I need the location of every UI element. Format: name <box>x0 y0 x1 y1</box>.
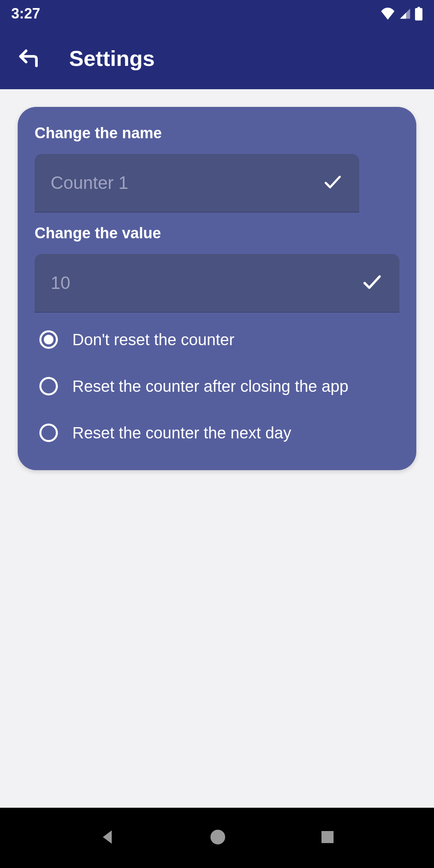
back-arrow-icon <box>18 47 40 70</box>
name-input-value: Counter 1 <box>51 173 322 193</box>
svg-rect-0 <box>415 8 423 20</box>
radio-label: Reset the counter after closing the app <box>72 377 348 395</box>
svg-point-2 <box>211 830 225 845</box>
radio-label: Don't reset the counter <box>72 331 234 349</box>
triangle-back-icon <box>98 828 116 846</box>
name-input[interactable]: Counter 1 <box>35 154 359 213</box>
value-input-value: 10 <box>51 273 361 293</box>
app-bar: Settings <box>0 27 434 89</box>
radio-button-icon <box>39 424 58 442</box>
radio-reset-next-day[interactable]: Reset the counter the next day <box>39 424 399 442</box>
confirm-name-button[interactable] <box>322 172 343 194</box>
value-input[interactable]: 10 <box>35 254 399 313</box>
status-time: 3:27 <box>11 5 40 22</box>
system-nav-bar <box>0 808 434 868</box>
reset-radio-group: Don't reset the counter Reset the counte… <box>35 330 399 442</box>
check-icon <box>361 271 383 293</box>
change-name-label: Change the name <box>35 125 399 142</box>
check-icon <box>322 172 343 192</box>
radio-button-icon <box>39 330 58 349</box>
svg-rect-1 <box>418 7 420 9</box>
page-title: Settings <box>69 46 155 71</box>
radio-reset-on-close[interactable]: Reset the counter after closing the app <box>39 377 399 395</box>
svg-rect-3 <box>321 831 334 843</box>
signal-icon <box>399 8 411 20</box>
nav-back-button[interactable] <box>98 828 116 848</box>
wifi-icon <box>380 8 395 20</box>
content: Change the name Counter 1 Change the val… <box>0 89 434 808</box>
battery-icon <box>415 7 423 20</box>
circle-home-icon <box>209 828 227 846</box>
radio-button-icon <box>39 377 58 395</box>
radio-dont-reset[interactable]: Don't reset the counter <box>39 330 399 349</box>
back-button[interactable] <box>18 47 40 70</box>
nav-home-button[interactable] <box>209 828 227 848</box>
confirm-value-button[interactable] <box>361 271 383 295</box>
radio-label: Reset the counter the next day <box>72 424 291 442</box>
status-icons <box>380 7 423 20</box>
nav-recent-button[interactable] <box>319 829 336 847</box>
settings-card: Change the name Counter 1 Change the val… <box>18 107 416 470</box>
change-value-label: Change the value <box>35 225 399 242</box>
status-bar: 3:27 <box>0 0 434 27</box>
square-recent-icon <box>319 829 336 845</box>
